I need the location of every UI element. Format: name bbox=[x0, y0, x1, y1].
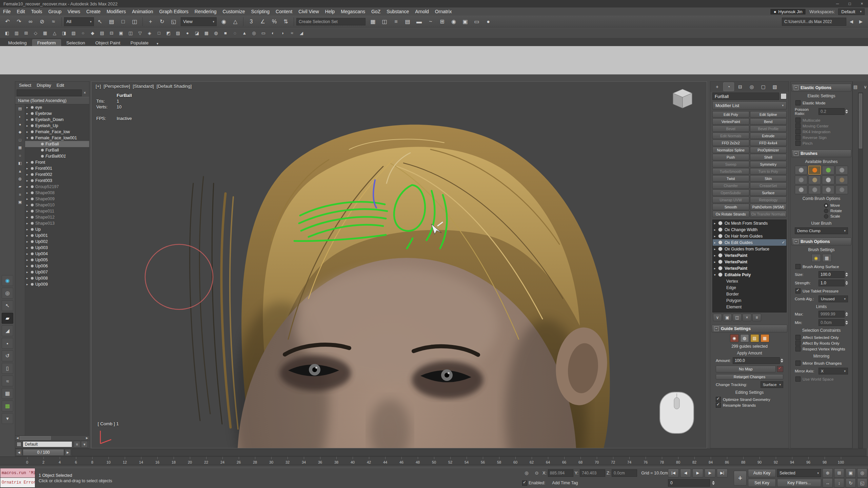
stack-expand-icon[interactable]: ▸ bbox=[714, 267, 718, 270]
modifier-visibility-icon[interactable] bbox=[718, 240, 723, 245]
modifier-set-button[interactable]: FFD 2x2x2 bbox=[712, 140, 749, 146]
project-path-field[interactable]: C:\Users\UI...ds Max 2022 bbox=[782, 18, 846, 26]
mirror-icon[interactable]: ◫ bbox=[379, 16, 390, 27]
checkbox-row[interactable]: Affect Selected Only bbox=[793, 334, 850, 340]
toolbar2-icon[interactable]: ◐ bbox=[269, 29, 277, 38]
percent-snap-icon[interactable]: % bbox=[269, 16, 280, 27]
ribbon-tab[interactable]: Modeling bbox=[3, 40, 32, 46]
perspective-viewport[interactable]: [+][Perspective][Standard][Default Shadi… bbox=[91, 81, 707, 448]
stack-expand-icon[interactable]: ▸ bbox=[714, 222, 718, 225]
checkbox-row[interactable]: RK4 Integration bbox=[793, 129, 850, 135]
rendered-frame-icon[interactable]: ▭ bbox=[471, 16, 482, 27]
checkbox[interactable] bbox=[795, 123, 801, 128]
y-coordinate-field[interactable]: 740.403 bbox=[580, 469, 605, 477]
select-tool-icon[interactable]: ↖ bbox=[2, 300, 13, 311]
maximize-button[interactable]: □ bbox=[844, 1, 856, 6]
menu-item[interactable]: File bbox=[0, 9, 14, 14]
checkbox[interactable] bbox=[795, 335, 801, 340]
guide-tool-icon[interactable]: ▨ bbox=[750, 334, 759, 342]
time-slider[interactable]: ◀ 0 / 100 ▶ bbox=[15, 448, 867, 456]
selection-lock-icon[interactable]: ⊙ bbox=[532, 469, 541, 477]
material-editor-icon[interactable]: ◉ bbox=[448, 16, 459, 27]
hierarchy-tab-icon[interactable]: ⊟ bbox=[735, 82, 746, 91]
scene-object-row[interactable]: ▸ Up bbox=[25, 226, 89, 232]
enabled-checkbox[interactable] bbox=[522, 481, 527, 486]
select-and-move-icon[interactable]: + bbox=[145, 16, 156, 27]
checkbox-row[interactable]: Optimize Strand Geometry bbox=[713, 396, 786, 402]
current-frame-field[interactable]: 0 bbox=[668, 479, 710, 487]
key-filters-button[interactable]: Key Filters... bbox=[777, 479, 821, 487]
brush-preset-icon[interactable] bbox=[822, 166, 834, 175]
modifier-set-button[interactable]: Sweep bbox=[712, 161, 749, 167]
bind-to-spacewarp-icon[interactable]: ≈ bbox=[48, 16, 59, 27]
expand-icon[interactable]: ▾ bbox=[26, 136, 31, 140]
modifier-set-button[interactable]: Unwrap UVW bbox=[712, 197, 749, 203]
modifier-stack-item[interactable]: Border bbox=[713, 291, 786, 297]
modifier-visibility-icon[interactable] bbox=[718, 272, 723, 277]
explorer-filter-icon[interactable]: ● bbox=[17, 121, 23, 127]
current-layer-field[interactable]: Default bbox=[23, 441, 72, 447]
modifier-set-button[interactable]: ProOptimizer bbox=[750, 147, 787, 153]
toolbar2-icon[interactable]: ◑ bbox=[278, 29, 287, 38]
ribbon-tab[interactable]: Populate bbox=[126, 40, 153, 46]
explorer-menu[interactable]: Edit bbox=[54, 83, 66, 88]
explorer-horizontal-scrollbar[interactable]: ◀ ▶ bbox=[15, 435, 89, 440]
toolbar2-icon[interactable]: ◎ bbox=[250, 29, 258, 38]
toolbar2-icon[interactable]: ● bbox=[183, 29, 192, 38]
scene-object-row[interactable]: ▸ Shape012 bbox=[25, 214, 89, 220]
modifier-stack-item[interactable]: Element bbox=[713, 304, 786, 310]
change-tracking-dropdown[interactable]: Surface ▾ bbox=[761, 381, 783, 388]
checkbox[interactable] bbox=[795, 264, 801, 269]
mirror-axis-dropdown[interactable]: X ▾ bbox=[818, 368, 848, 374]
menu-item[interactable]: Group bbox=[45, 9, 64, 14]
toggle-ribbon-icon[interactable]: ▬ bbox=[414, 16, 425, 27]
modifier-set-button[interactable]: Surface bbox=[750, 189, 787, 196]
brush-along-surface-row[interactable]: Brush Along Surface bbox=[793, 264, 850, 269]
toolbar2-icon[interactable]: ◩ bbox=[164, 29, 173, 38]
set-keys-button[interactable]: + bbox=[734, 471, 747, 486]
brush-mode-radio[interactable]: Scale bbox=[793, 214, 850, 219]
modifier-stack-item[interactable]: ▸ Ox Guides from Surface bbox=[713, 246, 786, 252]
radio-button[interactable] bbox=[824, 203, 828, 208]
select-and-rotate-icon[interactable]: ↻ bbox=[157, 16, 167, 27]
rollout-elastic-options[interactable]: − Elastic Options bbox=[791, 84, 851, 92]
use-pivot-center-icon[interactable]: ◉ bbox=[218, 16, 229, 27]
track-bar[interactable]: 0246810121416182022242628303234363840424… bbox=[0, 456, 868, 465]
explorer-filter-icon[interactable]: ◧ bbox=[17, 160, 23, 166]
panel-config-icon[interactable]: ▤ bbox=[851, 82, 860, 91]
time-slider-handle[interactable]: 0 / 100 bbox=[23, 449, 64, 456]
collapse-arrow-icon[interactable]: ▾ bbox=[2, 413, 13, 424]
toolbar2-icon[interactable]: ▥ bbox=[12, 29, 21, 38]
toolbar2-icon[interactable]: ▩ bbox=[202, 29, 211, 38]
zoom-icon[interactable]: ⊕ bbox=[823, 468, 833, 478]
scroll-right-icon[interactable]: ▶ bbox=[85, 436, 89, 440]
expand-icon[interactable]: ▸ bbox=[26, 124, 31, 127]
scene-object-row[interactable]: FurBall bbox=[25, 141, 89, 147]
configure-modifier-sets-icon[interactable]: ≡ bbox=[752, 314, 761, 321]
menu-item[interactable]: Scripting bbox=[248, 9, 273, 14]
expand-icon[interactable]: ▸ bbox=[26, 197, 31, 201]
limit-max-field[interactable]: 9999.99 bbox=[818, 311, 845, 318]
retarget-changes-button[interactable]: Retarget Changes bbox=[716, 374, 783, 380]
panel-pin-icon[interactable]: ∨ bbox=[861, 82, 868, 91]
modifier-stack-item[interactable]: ▾ Editable Poly bbox=[713, 271, 786, 278]
explorer-filter-icon[interactable]: ◍ bbox=[17, 176, 23, 182]
explorer-filter-icon[interactable]: ≡ bbox=[17, 191, 23, 197]
tablet-pressure-row[interactable]: Use Tablet Pressure bbox=[793, 288, 850, 294]
checkbox-row[interactable]: Moving Center bbox=[793, 123, 850, 129]
expand-icon[interactable]: ▸ bbox=[26, 191, 31, 195]
previous-frame-button[interactable]: ◀ bbox=[680, 469, 691, 477]
user-account-button[interactable]: ● Hyunsuk Jin bbox=[770, 8, 806, 15]
menu-item[interactable]: Customize bbox=[219, 9, 248, 14]
utilities-tab-icon[interactable]: ▧ bbox=[769, 82, 780, 91]
modifier-set-button[interactable]: Push bbox=[712, 154, 749, 160]
checkbox-row[interactable]: Reverse Sign bbox=[793, 135, 850, 140]
next-frame-icon[interactable]: ▶ bbox=[65, 449, 71, 456]
amount-map-button[interactable]: No Map bbox=[716, 366, 776, 372]
search-clear-icon[interactable]: × bbox=[82, 90, 88, 95]
scene-object-row[interactable]: ▸ Up001 bbox=[25, 232, 89, 239]
radio-button[interactable] bbox=[824, 209, 828, 213]
modifier-set-button[interactable]: Symmetry bbox=[750, 161, 787, 167]
scrollbar-thumb[interactable] bbox=[859, 94, 862, 148]
poisson-spinner[interactable] bbox=[845, 109, 848, 114]
